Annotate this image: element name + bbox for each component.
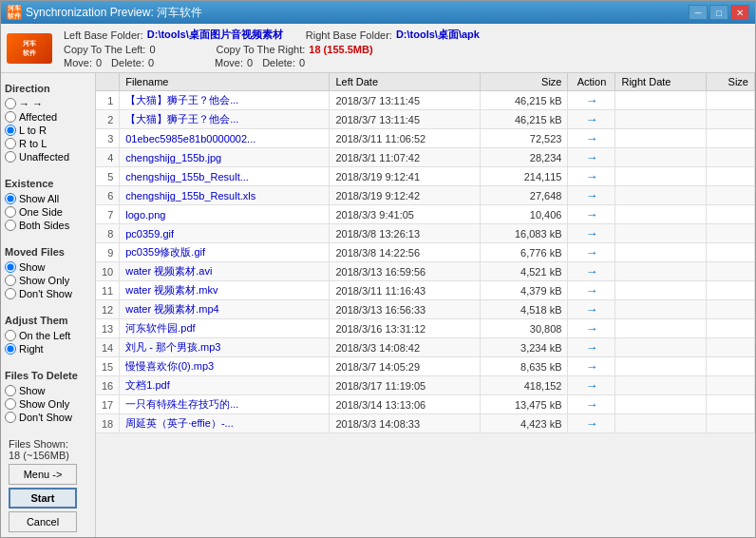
copy-right-label: Copy To The Right: — [217, 44, 306, 55]
table-row[interactable]: 6 chengshijg_155b_Result.xls 2018/3/19 9… — [96, 186, 755, 205]
direction-affected[interactable]: Affected — [5, 111, 91, 123]
table-row[interactable]: 7 logo.png 2018/3/3 9:41:05 10,406 → — [96, 205, 755, 224]
cell-right-date — [615, 148, 707, 167]
table-row[interactable]: 10 water 视频素材.avi 2018/3/13 16:59:56 4,5… — [96, 262, 755, 281]
direction-rtol[interactable]: R to L — [5, 138, 91, 149]
delete-left-val: 0 — [148, 57, 154, 68]
cell-num: 11 — [96, 281, 120, 300]
adjust-right[interactable]: Right — [5, 343, 91, 355]
direction-ltor[interactable]: L to R — [5, 125, 91, 136]
cell-right-size — [707, 243, 755, 262]
cell-action: → — [568, 262, 615, 281]
minimize-button[interactable]: ─ — [689, 5, 708, 20]
cell-right-size — [707, 186, 755, 205]
table-row[interactable]: 15 慢慢喜欢你(0).mp3 2018/3/7 14:05:29 8,635 … — [96, 357, 755, 376]
cell-date: 2018/3/3 14:08:33 — [330, 414, 481, 433]
cell-action: → — [568, 357, 615, 376]
table-row[interactable]: 14 刘凡 - 那个男孩.mp3 2018/3/3 14:08:42 3,234… — [96, 338, 755, 357]
cell-right-size — [707, 91, 755, 110]
cell-action: → — [568, 148, 615, 167]
cell-num: 5 — [96, 167, 120, 186]
direction-unaffected[interactable]: Unaffected — [5, 151, 91, 163]
delete-showonly[interactable]: Show Only — [5, 398, 91, 410]
existence-showall[interactable]: Show All — [5, 193, 91, 204]
maximize-button[interactable]: □ — [709, 5, 728, 20]
cancel-button[interactable]: Cancel — [9, 511, 77, 532]
cell-size: 3,234 kB — [481, 338, 568, 357]
menu-button[interactable]: Menu -> — [9, 464, 77, 485]
cell-right-size — [707, 319, 755, 338]
table-row[interactable]: 11 water 视频素材.mkv 2018/3/11 11:16:43 4,3… — [96, 281, 755, 300]
cell-size: 27,648 — [481, 186, 568, 205]
table-row[interactable]: 3 01ebec5985e81b0000002... 2018/3/11 11:… — [96, 129, 755, 148]
delete-files-title: Files To Delete — [5, 370, 91, 381]
cell-right-size — [707, 376, 755, 395]
cell-filename: water 视频素材.mp4 — [120, 300, 330, 319]
table-row[interactable]: 4 chengshijg_155b.jpg 2018/3/1 11:07:42 … — [96, 148, 755, 167]
cell-filename: 文档1.pdf — [120, 376, 330, 395]
cell-num: 10 — [96, 262, 120, 281]
left-folder-path: D:\tools\桌面图片音视频素材 — [147, 28, 283, 42]
moved-showonly[interactable]: Show Only — [5, 275, 91, 286]
cell-action: → — [568, 224, 615, 243]
cell-right-date — [615, 167, 707, 186]
cell-date: 2018/3/13 16:56:33 — [330, 300, 481, 319]
cell-right-date — [615, 129, 707, 148]
delete-dontshow[interactable]: Don't Show — [5, 412, 91, 423]
cell-right-size — [707, 205, 755, 224]
cell-right-date — [615, 91, 707, 110]
cell-num: 1 — [96, 91, 120, 110]
table-row[interactable]: 13 河东软件园.pdf 2018/3/16 13:31:12 30,808 → — [96, 319, 755, 338]
app-icon: 河车软件 — [7, 5, 22, 20]
cell-date: 2018/3/11 11:16:43 — [330, 281, 481, 300]
cell-size: 214,115 — [481, 167, 568, 186]
cell-num: 2 — [96, 110, 120, 129]
cell-right-size — [707, 357, 755, 376]
table-row[interactable]: 17 一只有特殊生存技巧的... 2018/3/14 13:13:06 13,4… — [96, 395, 755, 414]
cell-action: → — [568, 91, 615, 110]
cell-action: → — [568, 186, 615, 205]
delete-show[interactable]: Show — [5, 385, 91, 396]
table-container[interactable]: Filename Left Date Size Action Right Dat… — [96, 73, 755, 537]
cell-date: 2018/3/7 14:05:29 — [330, 357, 481, 376]
cell-filename: 01ebec5985e81b0000002... — [120, 129, 330, 148]
table-row[interactable]: 16 文档1.pdf 2018/3/17 11:19:05 418,152 → — [96, 376, 755, 395]
cell-date: 2018/3/19 9:12:42 — [330, 186, 481, 205]
cell-filename: chengshijg_155b.jpg — [120, 148, 330, 167]
moved-show[interactable]: Show — [5, 261, 91, 273]
table-row[interactable]: 5 chengshijg_155b_Result... 2018/3/19 9:… — [96, 167, 755, 186]
table-row[interactable]: 2 【大猫】狮子王？他会... 2018/3/7 13:11:45 46,215… — [96, 110, 755, 129]
adjust-left[interactable]: On the Left — [5, 330, 91, 341]
table-row[interactable]: 9 pc0359修改版.gif 2018/3/8 14:22:56 6,776 … — [96, 243, 755, 262]
col-size: Size — [481, 73, 568, 91]
cell-filename: 刘凡 - 那个男孩.mp3 — [120, 338, 330, 357]
col-left-date: Left Date — [330, 73, 481, 91]
moved-dontshow[interactable]: Don't Show — [5, 288, 91, 299]
cell-date: 2018/3/7 13:11:45 — [330, 110, 481, 129]
cell-filename: pc0359.gif — [120, 224, 330, 243]
cell-action: → — [568, 205, 615, 224]
cell-right-date — [615, 205, 707, 224]
cell-size: 72,523 — [481, 129, 568, 148]
copy-left-val: 0 — [149, 44, 155, 55]
existence-bothsides[interactable]: Both Sides — [5, 220, 91, 231]
existence-oneside[interactable]: One Side — [5, 206, 91, 218]
table-row[interactable]: 8 pc0359.gif 2018/3/8 13:26:13 16,083 kB… — [96, 224, 755, 243]
cell-action: → — [568, 376, 615, 395]
cell-action: → — [568, 395, 615, 414]
cell-num: 9 — [96, 243, 120, 262]
table-row[interactable]: 1 【大猫】狮子王？他会... 2018/3/7 13:11:45 46,215… — [96, 91, 755, 110]
cell-num: 6 — [96, 186, 120, 205]
cell-action: → — [568, 414, 615, 433]
table-row[interactable]: 12 water 视频素材.mp4 2018/3/13 16:56:33 4,5… — [96, 300, 755, 319]
start-button[interactable]: Start — [9, 488, 77, 509]
existence-title: Existence — [5, 178, 91, 189]
cell-right-size — [707, 338, 755, 357]
cell-date: 2018/3/16 13:31:12 — [330, 319, 481, 338]
table-row[interactable]: 18 周延英（英子·effie）-... 2018/3/3 14:08:33 4… — [96, 414, 755, 433]
close-button[interactable]: ✕ — [730, 5, 749, 20]
cell-right-date — [615, 186, 707, 205]
cell-num: 15 — [96, 357, 120, 376]
direction-all[interactable]: → → — [5, 98, 91, 109]
cell-size: 16,083 kB — [481, 224, 568, 243]
